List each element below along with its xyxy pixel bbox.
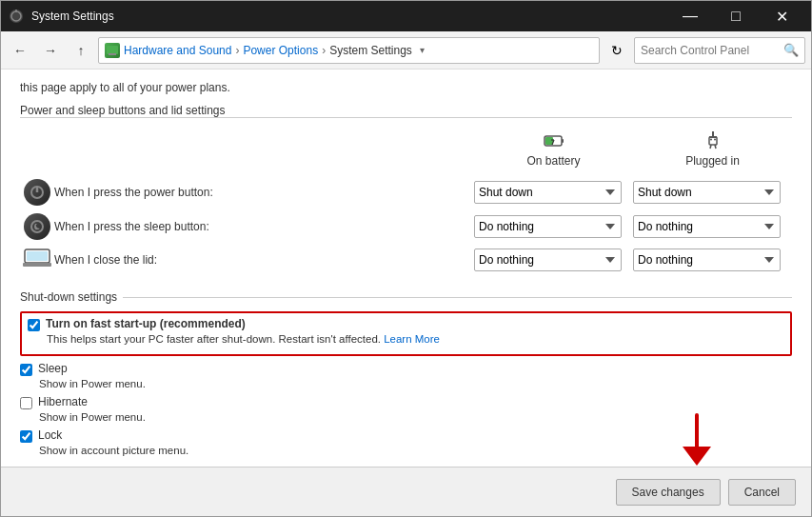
search-icon: 🔍 [783, 43, 799, 57]
lock-row: Lock [20, 428, 792, 443]
svg-rect-3 [107, 46, 118, 54]
power-battery-select-cell: Shut down Do nothing Sleep Hibernate Tur… [474, 175, 633, 209]
hibernate-label: Hibernate [38, 395, 88, 408]
breadcrumb-icon [105, 43, 120, 58]
lid-plugged-select[interactable]: Do nothing Sleep Hibernate Shut down Tur… [633, 249, 781, 271]
maximize-button[interactable]: □ [714, 1, 758, 31]
sleep-row: Sleep [20, 362, 792, 376]
intro-text: this page apply to all of your power pla… [20, 81, 792, 94]
breadcrumb-sep-2: › [322, 44, 326, 57]
fast-startup-checkbox[interactable] [28, 319, 40, 331]
content-area: this page apply to all of your power pla… [1, 70, 811, 467]
search-input[interactable] [641, 44, 783, 57]
forward-button[interactable]: → [37, 37, 64, 64]
svg-rect-22 [23, 263, 51, 267]
window-controls: — □ ✕ [668, 1, 803, 31]
power-settings-table: On battery [20, 129, 792, 275]
hibernate-row: Hibernate [20, 395, 792, 409]
svg-rect-4 [109, 53, 116, 55]
sleep-battery-select-cell: Do nothing Sleep Hibernate Shut down Tur… [474, 209, 633, 244]
breadcrumb-part-3: System Settings [329, 44, 412, 57]
fast-startup-row: Turn on fast start-up (recommended) [28, 317, 784, 331]
cancel-button[interactable]: Cancel [728, 479, 796, 506]
back-button[interactable]: ← [7, 37, 33, 64]
sleep-button-icon [24, 213, 50, 240]
svg-point-19 [31, 221, 43, 232]
breadcrumb-sep-1: › [235, 44, 239, 57]
learn-more-link[interactable]: Learn More [384, 333, 440, 345]
power-plugged-select-cell: Shut down Do nothing Sleep Hibernate Tur… [633, 175, 792, 209]
breadcrumb-part-2[interactable]: Power Options [243, 44, 318, 57]
section-title: Power and sleep buttons and lid settings [20, 104, 792, 118]
sleep-label: Sleep [38, 362, 68, 375]
table-row: When I close the lid: Do nothing Sleep H… [20, 244, 792, 275]
shutdown-settings-section: Shut-down settings Turn on fast start-up… [20, 290, 792, 456]
minimize-button[interactable]: — [668, 1, 712, 31]
lid-icon-cell [20, 244, 54, 275]
lid-battery-select[interactable]: Do nothing Sleep Hibernate Shut down Tur… [474, 249, 622, 271]
svg-line-14 [715, 145, 716, 149]
save-changes-button[interactable]: Save changes [616, 479, 721, 506]
fast-startup-description: This helps start your PC faster after sh… [47, 333, 784, 345]
svg-point-16 [714, 139, 716, 141]
power-button-label: When I press the power button: [54, 175, 474, 209]
table-row: When I press the power button: Shut down… [20, 175, 792, 209]
window-icon [9, 9, 24, 24]
table-row: When I press the sleep button: Do nothin… [20, 209, 792, 244]
close-button[interactable]: ✕ [760, 1, 803, 31]
svg-rect-6 [562, 139, 564, 143]
title-bar: System Settings — □ ✕ [1, 1, 811, 31]
refresh-button[interactable]: ↻ [604, 37, 630, 64]
power-battery-select[interactable]: Shut down Do nothing Sleep Hibernate Tur… [474, 181, 622, 204]
sleep-battery-select[interactable]: Do nothing Sleep Hibernate Shut down Tur… [474, 215, 622, 238]
fast-startup-label: Turn on fast start-up (recommended) [46, 317, 246, 330]
sleep-plugged-select[interactable]: Do nothing Sleep Hibernate Shut down Tur… [633, 215, 781, 238]
shutdown-section-title: Shut-down settings [20, 290, 792, 304]
sleep-sub: Show in Power menu. [39, 378, 792, 389]
sleep-plugged-select-cell: Do nothing Sleep Hibernate Shut down Tur… [633, 209, 792, 244]
fast-startup-box: Turn on fast start-up (recommended) This… [20, 311, 792, 356]
up-button[interactable]: ↑ [68, 37, 94, 64]
power-button-icon [24, 179, 50, 206]
breadcrumb: Hardware and Sound › Power Options › Sys… [98, 37, 600, 64]
lid-label: When I close the lid: [54, 244, 474, 275]
lock-checkbox[interactable] [20, 430, 32, 443]
svg-rect-7 [545, 137, 553, 145]
sleep-button-label: When I press the sleep button: [54, 209, 474, 244]
action-bar: Save changes Cancel [1, 467, 811, 516]
address-bar: ← → ↑ Hardware and Sound › Power Options… [1, 31, 811, 70]
breadcrumb-dropdown-icon[interactable]: ▾ [420, 45, 425, 55]
lid-icon [23, 248, 51, 268]
power-button-icon-cell [20, 175, 54, 209]
hibernate-sub: Show in Power menu. [39, 411, 792, 423]
sleep-button-icon-cell [20, 209, 54, 244]
breadcrumb-part-1[interactable]: Hardware and Sound [124, 44, 231, 57]
lid-plugged-select-cell: Do nothing Sleep Hibernate Shut down Tur… [633, 244, 792, 275]
power-plugged-select[interactable]: Shut down Do nothing Sleep Hibernate Tur… [633, 181, 781, 204]
svg-point-15 [710, 139, 712, 141]
hibernate-checkbox[interactable] [20, 397, 32, 409]
svg-rect-12 [709, 137, 717, 145]
window-title: System Settings [31, 10, 668, 23]
system-settings-window: System Settings — □ ✕ ← → ↑ Hardware and… [0, 0, 812, 517]
sleep-checkbox[interactable] [20, 364, 32, 376]
svg-line-13 [710, 145, 711, 149]
column-header-battery: On battery [474, 129, 633, 175]
lid-battery-select-cell: Do nothing Sleep Hibernate Shut down Tur… [474, 244, 633, 275]
lock-label: Lock [38, 428, 62, 442]
column-header-plugged: Plugged in [633, 129, 792, 175]
search-box: 🔍 [634, 37, 805, 64]
lock-sub: Show in account picture menu. [39, 445, 792, 456]
svg-rect-21 [27, 251, 48, 261]
